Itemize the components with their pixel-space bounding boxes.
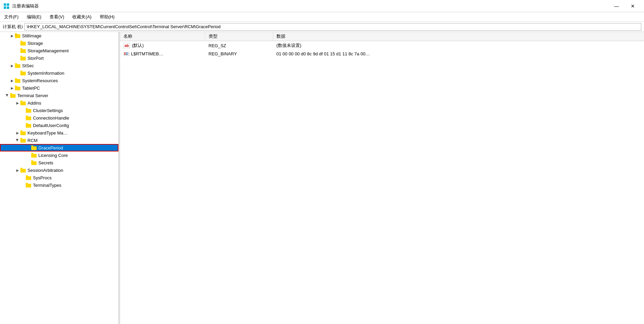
title-bar: 注册表编辑器 — ✕ [0, 0, 644, 12]
tree-node-connectionhandle[interactable]: ▶ ConnectionHandle [0, 114, 118, 122]
menu-help[interactable]: 帮助(H) [96, 13, 119, 21]
address-input[interactable] [24, 23, 641, 31]
svg-rect-16 [20, 71, 22, 72]
svg-rect-7 [20, 42, 26, 46]
expand-stillimage[interactable]: ▶ [10, 33, 15, 38]
menu-bar: 文件(F) 编辑(E) 查看(V) 收藏夹(A) 帮助(H) [0, 12, 644, 22]
registry-table: 名称 类型 数据 ab (默认) REG_SZ (数值未设置) [120, 32, 644, 58]
expand-stsec[interactable]: ▶ [10, 63, 15, 68]
tree-node-storport[interactable]: ▶ StorPort [0, 54, 118, 62]
tree-pane: ▶ StillImage ▶ Storage ▶ Stor [0, 32, 119, 324]
expand-terminalserver[interactable]: ▶ [5, 93, 10, 98]
address-bar: 计算机 机\ [0, 22, 644, 32]
tree-label-sessionarbitration: SessionArbitration [27, 168, 63, 173]
folder-icon-connectionhandle [26, 115, 32, 121]
tree-node-sessionarbitration[interactable]: ▶ SessionArbitration [0, 166, 118, 174]
svg-rect-35 [31, 146, 37, 150]
reg-type-default: REG_SZ [205, 41, 273, 50]
folder-icon-keyboardtype [20, 130, 26, 136]
expand-sessionarbitration[interactable]: ▶ [15, 167, 20, 173]
tree-node-stillimage[interactable]: ▶ StillImage [0, 32, 118, 39]
expand-addins[interactable]: ▶ [15, 100, 20, 106]
folder-icon-licensingcore [31, 152, 37, 158]
svg-rect-29 [26, 124, 31, 128]
svg-rect-44 [26, 175, 28, 176]
svg-rect-27 [26, 116, 31, 120]
table-row[interactable]: L$RTMTIMEB… REG_BINARY 01 00 00 00 d0 8c… [120, 50, 644, 58]
svg-rect-0 [4, 3, 6, 6]
tree-scroll[interactable]: ▶ StillImage ▶ Storage ▶ Stor [0, 32, 118, 324]
tree-node-graceperiod[interactable]: ▶ GracePeriod [0, 144, 118, 151]
tree-label-licensingcore: Licensing Core [38, 153, 68, 158]
svg-rect-33 [20, 139, 26, 143]
svg-rect-38 [31, 153, 33, 154]
svg-rect-41 [20, 169, 26, 173]
svg-rect-26 [26, 108, 28, 109]
svg-rect-1 [7, 3, 9, 6]
tree-label-terminaltypes: TerminalTypes [33, 183, 61, 188]
tree-node-terminaltypes[interactable]: ▶ TerminalTypes [0, 181, 118, 189]
tree-node-storage[interactable]: ▶ Storage [0, 39, 118, 47]
tree-label-graceperiod: GracePeriod [38, 145, 63, 150]
expand-systemresources[interactable]: ▶ [10, 78, 15, 83]
table-header-row: 名称 类型 数据 [120, 32, 644, 41]
tree-node-clustersettings[interactable]: ▶ ClusterSettings [0, 107, 118, 114]
svg-rect-51 [126, 54, 128, 55]
svg-rect-30 [26, 123, 28, 124]
svg-rect-12 [20, 56, 22, 57]
tree-node-keyboardtype[interactable]: ▶ KeyboardType Ma… [0, 129, 118, 137]
tree-node-systeminformation[interactable]: ▶ SystemInformation [0, 69, 118, 77]
tree-node-addins[interactable]: ▶ AddIns [0, 99, 118, 107]
tree-label-sysprocs: SysProcs [33, 175, 52, 180]
reg-name-cell-binary: L$RTMTIMEB… [120, 50, 205, 58]
svg-rect-31 [20, 131, 26, 135]
svg-rect-19 [15, 87, 20, 90]
expand-tabletpc[interactable]: ▶ [10, 85, 15, 91]
app-icon [3, 3, 10, 9]
tree-label-rcm: RCM [27, 138, 38, 143]
menu-favorites[interactable]: 收藏夹(A) [68, 13, 95, 21]
col-header-type[interactable]: 类型 [205, 32, 273, 41]
tree-node-systemresources[interactable]: ▶ SystemResources [0, 77, 118, 84]
minimize-button[interactable]: — [609, 1, 624, 11]
tree-label-stillimage: StillImage [22, 33, 41, 38]
reg-name-lsrtm: L$RTMTIMEB… [131, 51, 163, 56]
menu-edit[interactable]: 编辑(E) [23, 13, 45, 21]
svg-rect-23 [20, 102, 26, 105]
col-header-name[interactable]: 名称 [120, 32, 205, 41]
tree-node-licensingcore[interactable]: ▶ Licensing Core [0, 151, 118, 159]
svg-rect-40 [31, 160, 33, 161]
svg-rect-13 [15, 64, 20, 68]
tree-node-secrets[interactable]: ▶ Secrets [0, 159, 118, 166]
menu-file[interactable]: 文件(F) [0, 13, 23, 21]
table-row[interactable]: ab (默认) REG_SZ (数值未设置) [120, 41, 644, 50]
tree-label-storport: StorPort [27, 56, 44, 61]
close-button[interactable]: ✕ [625, 1, 641, 11]
folder-icon-secrets [31, 160, 37, 165]
tree-label-systemresources: SystemResources [22, 78, 58, 83]
reg-type-lsrtm: REG_BINARY [205, 50, 273, 58]
tree-node-tabletpc[interactable]: ▶ TabletPC [0, 84, 118, 92]
menu-view[interactable]: 查看(V) [45, 13, 68, 21]
svg-rect-18 [15, 78, 17, 79]
svg-rect-2 [4, 6, 6, 9]
folder-icon-terminaltypes [26, 182, 32, 188]
svg-rect-28 [26, 115, 28, 116]
tree-node-rcm[interactable]: ▶ RCM [0, 137, 118, 144]
expand-rcm[interactable]: ▶ [15, 138, 20, 143]
tree-node-storagemanagement[interactable]: ▶ StorageManagement [0, 47, 118, 54]
expand-keyboardtype[interactable]: ▶ [15, 130, 20, 136]
tree-label-defaultuserconfig: DefaultUserConfig [33, 123, 69, 128]
tree-node-defaultuserconfig[interactable]: ▶ DefaultUserConfig [0, 122, 118, 129]
reg-data-default: (数值未设置) [273, 41, 644, 50]
tree-label-storagemanagement: StorageManagement [27, 48, 69, 53]
svg-rect-49 [126, 53, 128, 53]
tree-label-connectionhandle: ConnectionHandle [33, 115, 69, 121]
address-label: 计算机 [3, 24, 16, 30]
tree-label-tabletpc: TabletPC [22, 86, 40, 91]
tree-node-terminalserver[interactable]: ▶ Terminal Server [0, 92, 118, 99]
col-header-data[interactable]: 数据 [273, 32, 644, 41]
tree-label-keyboardtype: KeyboardType Ma… [27, 130, 68, 136]
tree-node-sysprocs[interactable]: ▶ SysProcs [0, 174, 118, 181]
tree-node-stsec[interactable]: ▶ StSec [0, 62, 118, 69]
